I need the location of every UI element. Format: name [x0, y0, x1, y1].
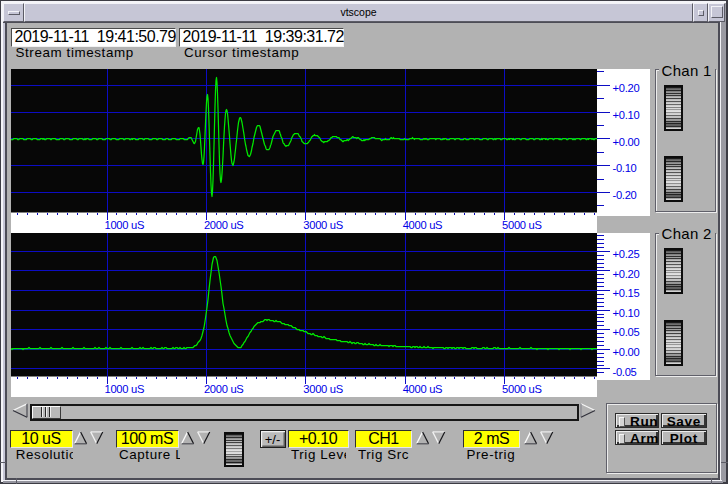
- svg-text:+0.20: +0.20: [613, 82, 640, 94]
- svg-text:+0.15: +0.15: [613, 287, 640, 299]
- svg-text:+0.00: +0.00: [613, 346, 640, 358]
- svg-text:3000 uS: 3000 uS: [303, 383, 343, 395]
- svg-text:-0.20: -0.20: [613, 189, 637, 201]
- svg-text:5000 uS: 5000 uS: [502, 219, 542, 231]
- svg-text:3000 uS: 3000 uS: [303, 219, 343, 231]
- svg-text:+0.25: +0.25: [613, 248, 640, 260]
- svg-text:2000 uS: 2000 uS: [204, 383, 244, 395]
- svg-text:-0.10: -0.10: [613, 162, 637, 174]
- svg-text:1000 uS: 1000 uS: [105, 219, 145, 231]
- svg-text:-0.05: -0.05: [613, 366, 637, 378]
- svg-text:+0.10: +0.10: [613, 307, 640, 319]
- svg-text:+0.20: +0.20: [613, 268, 640, 280]
- svg-text:+0.00: +0.00: [613, 136, 640, 148]
- svg-text:4000 uS: 4000 uS: [403, 383, 443, 395]
- svg-text:4000 uS: 4000 uS: [403, 219, 443, 231]
- svg-text:+0.10: +0.10: [613, 109, 640, 121]
- svg-text:5000 uS: 5000 uS: [502, 383, 542, 395]
- svg-text:1000 uS: 1000 uS: [105, 383, 145, 395]
- svg-text:+0.05: +0.05: [613, 326, 640, 338]
- svg-text:2000 uS: 2000 uS: [204, 219, 244, 231]
